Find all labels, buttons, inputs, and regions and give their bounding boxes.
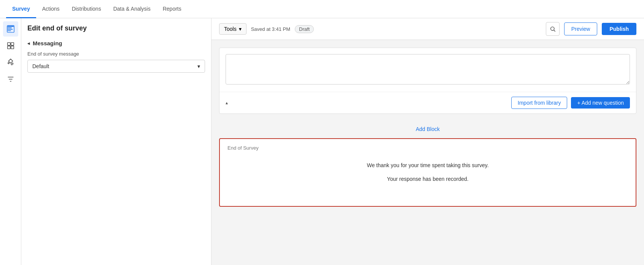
- add-block-row: Add Block: [219, 120, 636, 138]
- saved-text: Saved at 3:41 PM: [251, 26, 290, 32]
- sidebar-item-paint[interactable]: [3, 55, 18, 70]
- tab-survey[interactable]: Survey: [6, 0, 36, 18]
- svg-rect-0: [7, 26, 14, 27]
- sidebar-item-survey[interactable]: [3, 21, 18, 37]
- sidebar-item-layout[interactable]: [3, 38, 18, 53]
- end-of-survey-block[interactable]: End of Survey We thank you for your time…: [219, 138, 636, 207]
- search-button[interactable]: [546, 22, 560, 36]
- collapse-button[interactable]: ▴: [226, 100, 228, 105]
- svg-point-12: [550, 27, 554, 30]
- messaging-section-header: ◂ Messaging: [27, 40, 205, 46]
- top-nav: Survey Actions Distributions Data & Anal…: [0, 0, 644, 18]
- svg-rect-8: [11, 46, 13, 49]
- tab-distributions[interactable]: Distributions: [66, 0, 107, 18]
- svg-rect-3: [7, 30, 11, 31]
- tab-data-analysis[interactable]: Data & Analysis: [107, 0, 157, 18]
- default-dropdown[interactable]: Default: [27, 60, 205, 73]
- svg-rect-1: [7, 27, 11, 28]
- tab-reports[interactable]: Reports: [157, 0, 188, 18]
- svg-rect-6: [11, 43, 13, 45]
- publish-button[interactable]: Publish: [602, 23, 636, 35]
- add-block-link[interactable]: Add Block: [416, 126, 440, 132]
- chevron-down-icon: [197, 63, 200, 69]
- messaging-label: Messaging: [33, 40, 62, 46]
- dropdown-value: Default: [32, 63, 49, 69]
- end-of-survey-line1: We thank you for your time spent taking …: [227, 160, 628, 171]
- question-block: ▴ Import from library + Add new question: [219, 48, 636, 114]
- preview-button[interactable]: Preview: [564, 22, 598, 35]
- block-footer: ▴ Import from library + Add new question: [219, 92, 636, 113]
- right-content: Tools Saved at 3:41 PM Draft Preview Pub…: [211, 18, 644, 265]
- content-body: ▴ Import from library + Add new question…: [211, 40, 644, 214]
- main-layout: Edit end of survey ◂ Messaging End of su…: [0, 18, 644, 265]
- end-of-survey-label: End of Survey: [227, 145, 628, 151]
- add-question-button[interactable]: + Add new question: [571, 97, 630, 109]
- svg-line-13: [554, 30, 555, 32]
- collapse-arrow-icon: ▴: [226, 100, 228, 105]
- collapse-arrow-icon: ◂: [27, 41, 30, 46]
- icon-sidebar: [0, 18, 21, 265]
- page-title: Edit end of survey: [27, 24, 205, 32]
- tab-actions[interactable]: Actions: [36, 0, 66, 18]
- tools-button[interactable]: Tools: [219, 23, 246, 35]
- left-panel: Edit end of survey ◂ Messaging End of su…: [21, 18, 211, 265]
- end-of-survey-line2: Your response has been recorded.: [227, 174, 628, 184]
- sidebar-item-filter[interactable]: [3, 72, 18, 87]
- import-library-button[interactable]: Import from library: [511, 97, 568, 109]
- svg-rect-2: [7, 29, 13, 30]
- toolbar: Tools Saved at 3:41 PM Draft Preview Pub…: [211, 18, 644, 40]
- svg-rect-5: [7, 43, 10, 45]
- svg-rect-7: [7, 46, 10, 49]
- question-text-input[interactable]: [226, 54, 630, 85]
- end-of-survey-content: We thank you for your time spent taking …: [227, 160, 628, 184]
- draft-badge: Draft: [295, 25, 314, 33]
- end-of-survey-field-label: End of survey message: [27, 51, 205, 57]
- question-block-inner: [219, 48, 636, 92]
- tools-chevron-icon: [239, 26, 242, 32]
